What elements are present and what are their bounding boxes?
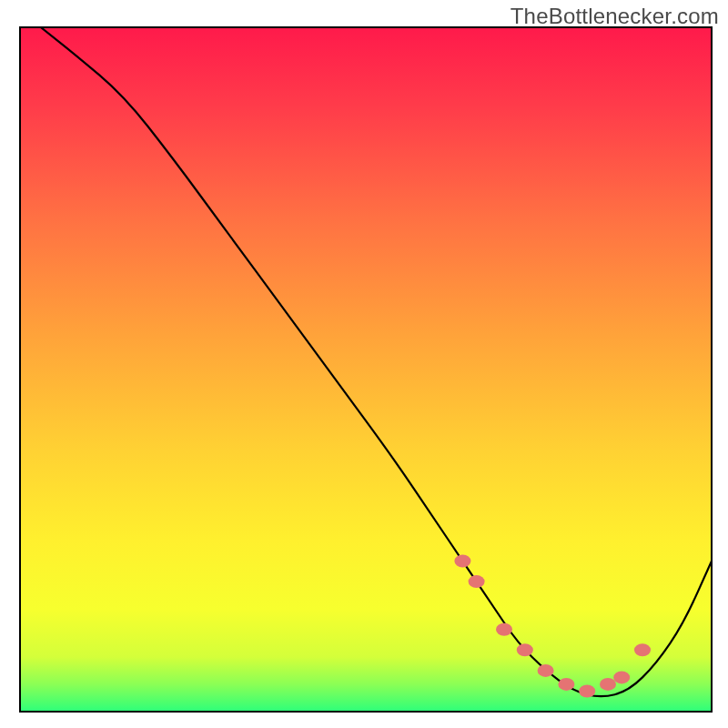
highlight-dot bbox=[600, 678, 616, 691]
highlight-dot bbox=[558, 678, 574, 691]
highlight-dot bbox=[496, 623, 512, 636]
plot-background bbox=[20, 27, 712, 712]
highlight-dot bbox=[634, 643, 651, 656]
chart-svg bbox=[0, 0, 728, 728]
highlight-dot bbox=[517, 643, 533, 656]
highlight-dot bbox=[579, 684, 595, 697]
watermark-label: TheBottlenecker.com bbox=[511, 4, 719, 29]
highlight-dot bbox=[538, 664, 554, 677]
highlight-dot bbox=[469, 575, 485, 588]
bottleneck-chart: TheBottlenecker.com bbox=[0, 0, 728, 728]
highlight-dot bbox=[613, 671, 630, 683]
highlight-dot bbox=[454, 555, 470, 568]
